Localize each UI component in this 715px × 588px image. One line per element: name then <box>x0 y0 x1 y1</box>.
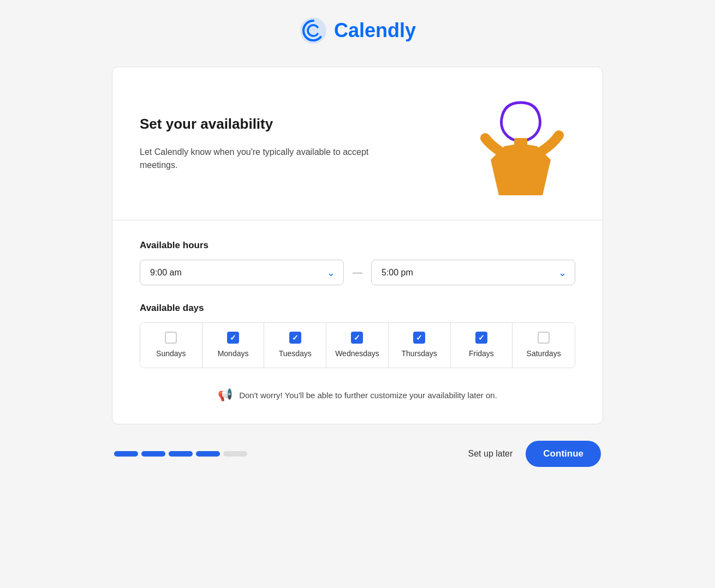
day-checkbox-saturdays <box>538 332 550 344</box>
available-hours-label: Available hours <box>140 240 575 251</box>
footer-actions: Set up later Continue <box>468 441 601 467</box>
calendly-logo-icon <box>299 16 327 45</box>
day-checkbox-tuesdays <box>289 332 301 344</box>
card-top-text: Set your availability Let Calendly know … <box>140 116 369 172</box>
start-time-select[interactable]: 9:00 am 9:30 am 10:00 am <box>140 260 344 285</box>
day-cell-saturdays[interactable]: Saturdays <box>513 323 575 368</box>
progress-segment-3 <box>169 451 193 457</box>
day-cell-fridays[interactable]: Fridays <box>451 323 513 368</box>
day-cell-wednesdays[interactable]: Wednesdays <box>326 323 389 368</box>
page-title: Set your availability <box>140 116 369 133</box>
notice-text: Don't worry! You'll be able to further c… <box>239 391 497 400</box>
day-checkbox-mondays <box>227 332 239 344</box>
continue-button[interactable]: Continue <box>526 441 601 467</box>
day-label-mondays: Mondays <box>218 349 249 358</box>
page-description: Let Calendly know when you're typically … <box>140 146 369 172</box>
progress-segment-2 <box>141 451 165 457</box>
progress-segment-1 <box>114 451 138 457</box>
day-label-fridays: Fridays <box>469 349 494 358</box>
megaphone-icon: 📢 <box>218 388 233 402</box>
progress-bar <box>114 451 247 457</box>
time-dash: — <box>353 267 362 278</box>
day-cell-mondays[interactable]: Mondays <box>202 323 265 368</box>
day-cell-thursdays[interactable]: Thursdays <box>389 323 451 368</box>
day-checkbox-sundays <box>165 332 177 344</box>
day-checkbox-fridays <box>475 332 487 344</box>
footer: Set up later Continue <box>112 441 603 467</box>
day-cell-tuesdays[interactable]: Tuesdays <box>264 323 326 368</box>
days-grid: Sundays Mondays Tuesdays Wednesdays <box>140 322 575 368</box>
availability-illustration <box>466 89 575 198</box>
available-days-label: Available days <box>140 303 575 314</box>
progress-segment-5 <box>223 451 247 457</box>
day-label-saturdays: Saturdays <box>527 349 561 358</box>
available-hours-section: Available hours 9:00 am 9:30 am 10:00 am… <box>140 240 575 285</box>
day-checkbox-thursdays <box>413 332 425 344</box>
progress-segment-4 <box>196 451 220 457</box>
day-checkbox-wednesdays <box>351 332 363 344</box>
svg-rect-2 <box>514 138 527 148</box>
setup-later-button[interactable]: Set up later <box>468 449 513 459</box>
day-label-sundays: Sundays <box>156 349 186 358</box>
main-card: Set your availability Let Calendly know … <box>112 67 603 424</box>
calendly-logo-text: Calendly <box>334 19 416 42</box>
start-time-wrapper: 9:00 am 9:30 am 10:00 am ⌄ <box>140 260 344 285</box>
app-header: Calendly <box>299 16 416 45</box>
end-time-wrapper: 5:00 pm 5:30 pm 6:00 pm ⌄ <box>371 260 575 285</box>
available-days-section: Available days Sundays Mondays Tuesdays <box>140 303 575 368</box>
card-top-section: Set your availability Let Calendly know … <box>112 67 603 220</box>
end-time-select[interactable]: 5:00 pm 5:30 pm 6:00 pm <box>371 260 575 285</box>
day-label-thursdays: Thursdays <box>402 349 437 358</box>
day-cell-sundays[interactable]: Sundays <box>140 323 202 368</box>
day-label-wednesdays: Wednesdays <box>335 349 379 358</box>
day-label-tuesdays: Tuesdays <box>279 349 312 358</box>
notice-section: 📢 Don't worry! You'll be able to further… <box>140 388 575 402</box>
card-bottom-section: Available hours 9:00 am 9:30 am 10:00 am… <box>112 220 603 424</box>
time-row: 9:00 am 9:30 am 10:00 am ⌄ — 5:00 pm 5:3… <box>140 260 575 285</box>
